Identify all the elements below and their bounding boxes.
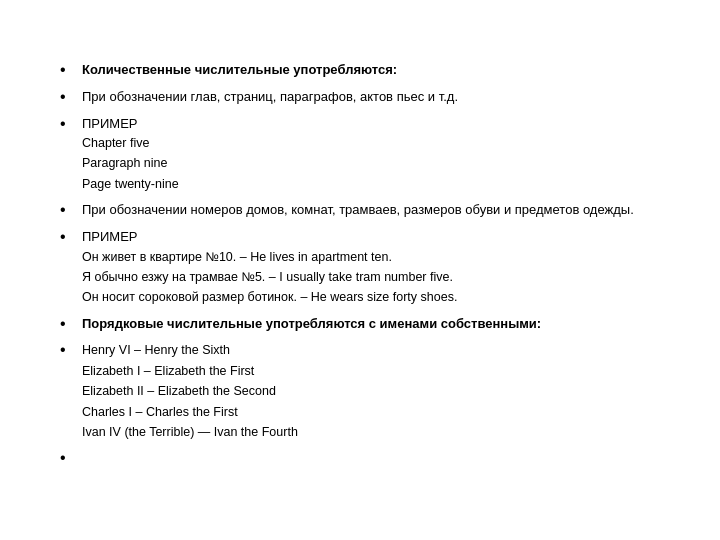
list-item: • [60, 448, 660, 469]
list-item: •При обозначении глав, страниц, параграф… [60, 87, 660, 108]
bullet-icon: • [60, 60, 76, 81]
item-content: При обозначении глав, страниц, параграфо… [82, 87, 660, 107]
item-sub-text: Elizabeth II – Elizabeth the Second [82, 382, 660, 401]
item-label: При обозначении глав, страниц, параграфо… [82, 89, 458, 104]
item-sub-text: Он живет в квартире №10. – He lives in a… [82, 248, 660, 267]
item-content: При обозначении номеров домов, комнат, т… [82, 200, 660, 220]
item-sub-text: Page twenty-nine [82, 175, 660, 194]
item-label: ПРИМЕР [82, 229, 138, 244]
list-item: •ПРИМЕРОн живет в квартире №10. – He liv… [60, 227, 660, 308]
bullet-icon: • [60, 448, 76, 469]
item-sub-text: Ivan IV (the Terrible) — Ivan the Fourth [82, 423, 660, 442]
list-item: •При обозначении номеров домов, комнат, … [60, 200, 660, 221]
item-content: ПРИМЕРChapter fiveParagraph ninePage twe… [82, 114, 660, 195]
bullet-list: •Количественные числительные употребляют… [60, 60, 660, 469]
main-content: •Количественные числительные употребляют… [60, 60, 660, 475]
item-sub-text: Я обычно езжу на трамвае №5. – I usually… [82, 268, 660, 287]
item-label: Порядковые числительные употребляются с … [82, 316, 541, 331]
item-content: Порядковые числительные употребляются с … [82, 314, 660, 334]
list-item: •Количественные числительные употребляют… [60, 60, 660, 81]
bullet-icon: • [60, 340, 76, 361]
item-content: Henry VI – Henry the SixthElizabeth I – … [82, 340, 660, 442]
item-label: Количественные числительные употребляютс… [82, 62, 397, 77]
bullet-icon: • [60, 200, 76, 221]
bullet-icon: • [60, 87, 76, 108]
item-sub-text: Chapter five [82, 134, 660, 153]
list-item: •Порядковые числительные употребляются с… [60, 314, 660, 335]
item-content: ПРИМЕРОн живет в квартире №10. – He live… [82, 227, 660, 308]
bullet-icon: • [60, 314, 76, 335]
list-item: •Henry VI – Henry the SixthElizabeth I –… [60, 340, 660, 442]
item-sub-text: Он носит сороковой размер ботинок. – He … [82, 288, 660, 307]
list-item: •ПРИМЕРChapter fiveParagraph ninePage tw… [60, 114, 660, 195]
item-sub-text: Henry VI – Henry the Sixth [82, 341, 660, 360]
item-sub-text: Elizabeth I – Elizabeth the First [82, 362, 660, 381]
item-label: ПРИМЕР [82, 116, 138, 131]
item-label: При обозначении номеров домов, комнат, т… [82, 202, 634, 217]
bullet-icon: • [60, 227, 76, 248]
item-sub-text: Charles I – Charles the First [82, 403, 660, 422]
item-sub-text: Paragraph nine [82, 154, 660, 173]
bullet-icon: • [60, 114, 76, 135]
item-content: Количественные числительные употребляютс… [82, 60, 660, 80]
